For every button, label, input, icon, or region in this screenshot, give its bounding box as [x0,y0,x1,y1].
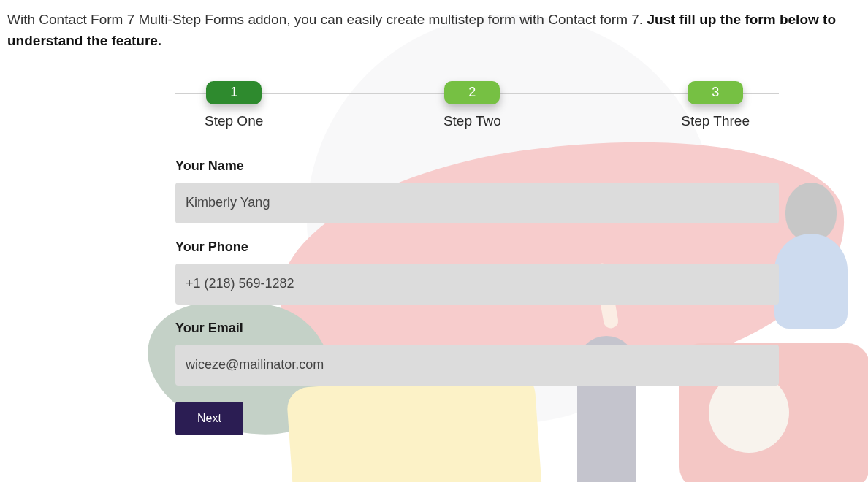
email-field-group: Your Email [175,321,779,386]
email-label: Your Email [175,321,779,336]
name-label: Your Name [175,158,779,174]
intro-text: With Contact Form 7 Multi-Step Forms add… [7,9,861,52]
multistep-form: 1 Step One 2 Step Two 3 Step Three Your … [89,81,779,435]
name-input[interactable] [175,183,779,223]
phone-label: Your Phone [175,240,779,255]
step-two[interactable]: 2 Step Two [443,81,501,129]
steps-indicator: 1 Step One 2 Step Two 3 Step Three [175,81,779,129]
step-one[interactable]: 1 Step One [205,81,263,129]
step-label: Step Two [443,113,501,129]
step-badge: 2 [444,81,500,104]
intro-normal: With Contact Form 7 Multi-Step Forms add… [7,12,647,27]
phone-input[interactable] [175,264,779,305]
next-button[interactable]: Next [175,402,243,435]
email-input[interactable] [175,345,779,386]
name-field-group: Your Name [175,158,779,223]
step-label: Step One [205,113,263,129]
phone-field-group: Your Phone [175,240,779,305]
step-badge: 1 [206,81,262,104]
step-three[interactable]: 3 Step Three [681,81,750,129]
step-label: Step Three [681,113,750,129]
step-badge: 3 [688,81,743,104]
